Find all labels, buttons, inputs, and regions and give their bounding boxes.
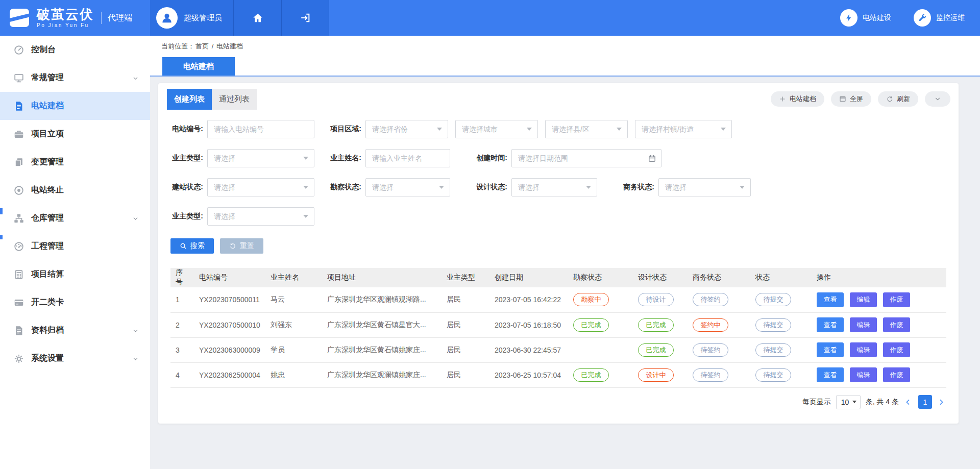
sidebar-item-7[interactable]: 工程管理 <box>0 232 150 260</box>
filter-field: 电站编号: <box>170 120 314 138</box>
select-value[interactable] <box>659 179 750 196</box>
refresh-button[interactable]: 刷新 <box>878 91 918 107</box>
sidebar-item-3[interactable]: 项目立项 <box>0 120 150 148</box>
per-page-select[interactable]: 10 <box>836 395 861 409</box>
filter-input[interactable] <box>365 149 450 167</box>
view-button[interactable]: 查看 <box>817 342 844 357</box>
filter-select[interactable] <box>658 178 751 196</box>
filter-select[interactable] <box>511 178 597 196</box>
sidebar-item-8[interactable]: 项目结算 <box>0 260 150 288</box>
collapse-button[interactable] <box>925 91 950 107</box>
table-row: 4YX2023062500004姚忠广东深圳龙华区观澜镇姚家庄...居民2023… <box>170 362 946 387</box>
gauge-icon <box>13 44 24 56</box>
sidebar-item-1[interactable]: 常规管理 <box>0 64 150 92</box>
next-page-button[interactable] <box>937 398 946 407</box>
select-value[interactable] <box>208 179 314 196</box>
sidebar-item-5[interactable]: 电站终止 <box>0 176 150 204</box>
sidebar-scroll-mark <box>0 208 3 214</box>
select-value[interactable] <box>208 208 314 225</box>
logout-icon <box>300 12 311 23</box>
breadcrumb-current: 电站建档 <box>216 42 243 50</box>
cell-code: YX2023070500010 <box>194 312 265 337</box>
home-button[interactable] <box>233 0 281 36</box>
user-block[interactable]: 超级管理员 <box>150 0 233 36</box>
sidebar-item-4[interactable]: 变更管理 <box>0 148 150 176</box>
filter-select[interactable] <box>365 178 450 196</box>
filter-select[interactable] <box>635 120 732 138</box>
sidebar-item-10[interactable]: 资料归档 <box>0 316 150 344</box>
void-button[interactable]: 作废 <box>883 367 910 382</box>
void-button[interactable]: 作废 <box>883 317 910 332</box>
quick-nav-build[interactable]: 电站建设 <box>840 9 891 27</box>
card-icon <box>13 297 24 308</box>
list-tab-1[interactable]: 通过列表 <box>212 89 257 110</box>
search-button[interactable]: 搜索 <box>170 238 214 254</box>
filter-field: 设计状态: <box>471 178 597 196</box>
text-input[interactable] <box>208 120 314 138</box>
sidebar-item-label: 系统设置 <box>31 353 64 364</box>
gear-icon <box>13 353 24 364</box>
cell-address: 广东深圳龙华区观澜镇观湖路... <box>322 287 442 312</box>
status-badge: 设计中 <box>638 368 674 382</box>
user-avatar[interactable] <box>156 7 178 29</box>
text-input[interactable] <box>366 150 450 167</box>
reset-button[interactable]: 重置 <box>220 238 263 254</box>
breadcrumb-separator: / <box>212 42 214 50</box>
filter-select[interactable] <box>207 207 314 226</box>
filter-select[interactable] <box>207 178 314 196</box>
logout-button[interactable] <box>281 0 329 36</box>
chevron-right-icon <box>937 398 945 406</box>
select-value[interactable] <box>208 150 314 167</box>
filter-input[interactable] <box>207 120 314 138</box>
column-header: 序号 <box>170 268 194 287</box>
create-archive-button[interactable]: 电站建档 <box>771 91 824 107</box>
filter-label: 业主姓名: <box>325 154 361 163</box>
cell-actions: 查看编辑作废 <box>812 312 946 337</box>
filter-select[interactable] <box>207 149 314 167</box>
quick-nav-monitor[interactable]: 监控运维 <box>914 9 965 27</box>
view-button[interactable]: 查看 <box>817 317 844 332</box>
sidebar-item-0[interactable]: 控制台 <box>0 36 150 64</box>
sidebar-item-11[interactable]: 系统设置 <box>0 344 150 373</box>
prev-page-button[interactable] <box>904 398 913 407</box>
page-number-button[interactable]: 1 <box>918 395 932 409</box>
target-icon <box>13 185 24 196</box>
date-range-input[interactable] <box>511 149 662 167</box>
panel-toolbar: 电站建档全屏刷新 <box>771 89 950 107</box>
edit-button[interactable]: 编辑 <box>850 367 877 382</box>
pojian-logo-mark <box>8 7 32 29</box>
fullscreen-button[interactable]: 全屏 <box>831 91 871 107</box>
filter-select[interactable] <box>455 120 538 138</box>
edit-button[interactable]: 编辑 <box>850 342 877 357</box>
select-value[interactable] <box>635 120 731 138</box>
sidebar-item-6[interactable]: 仓库管理 <box>0 204 150 232</box>
void-button[interactable]: 作废 <box>883 292 910 307</box>
page-tab-power-station-archive[interactable]: 电站建档 <box>162 57 235 76</box>
column-header: 商务状态 <box>688 268 750 287</box>
list-tab-0[interactable]: 创建列表 <box>167 89 212 110</box>
edit-button[interactable]: 编辑 <box>850 292 877 307</box>
select-value[interactable] <box>366 179 450 196</box>
select-value[interactable] <box>366 120 448 138</box>
cell-created: 2023-06-30 22:45:57 <box>489 337 568 362</box>
filter-select[interactable] <box>545 120 628 138</box>
breadcrumb-home[interactable]: 首页 <box>195 42 209 50</box>
void-button[interactable]: 作废 <box>883 342 910 357</box>
cell-created: 2023-07-05 16:18:50 <box>489 312 568 337</box>
select-value[interactable] <box>546 120 627 138</box>
cell-seq: 1 <box>170 287 194 312</box>
select-value[interactable] <box>456 120 537 138</box>
cell-survey: 已完成 <box>568 362 633 387</box>
cell-survey: 已完成 <box>568 312 633 337</box>
sidebar-item-2[interactable]: 电站建档 <box>0 92 150 120</box>
text-input[interactable] <box>512 150 661 167</box>
select-value[interactable] <box>512 179 597 196</box>
view-button[interactable]: 查看 <box>817 292 844 307</box>
filter-select[interactable] <box>365 120 448 138</box>
cell-business: 待签约 <box>688 362 750 387</box>
cell-status: 待提交 <box>750 337 812 362</box>
view-button[interactable]: 查看 <box>817 367 844 382</box>
cell-owner_type: 居民 <box>442 362 489 387</box>
edit-button[interactable]: 编辑 <box>850 317 877 332</box>
sidebar-item-9[interactable]: 开二类卡 <box>0 288 150 316</box>
